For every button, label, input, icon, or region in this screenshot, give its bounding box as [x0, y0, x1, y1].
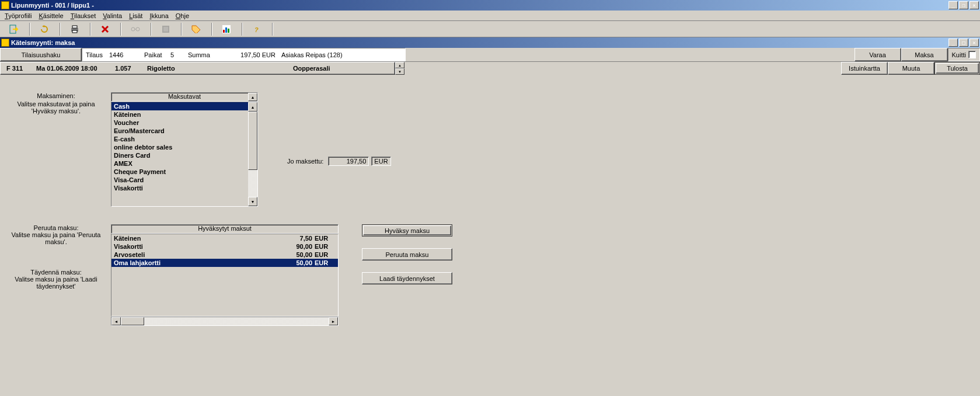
minimize-button[interactable]: _	[948, 1, 958, 9]
payment-method-item[interactable]: Visakortti	[111, 184, 248, 192]
kuitti-checkbox[interactable]	[968, 51, 976, 58]
help-icon[interactable]: ?	[245, 22, 268, 36]
maksaminen-help: Valitse maksutavat ja paina 'Hyväksy mak…	[6, 100, 106, 114]
muuta-button[interactable]: Muuta	[888, 62, 934, 75]
accepted-payments-section: Peruuta maksu: Valitse maksu ja paina 'P…	[0, 213, 980, 332]
paid-label: Jo maksettu:	[287, 158, 323, 165]
scroll-down-icon[interactable]: ▼	[248, 197, 257, 206]
inner-title: Käteismyynti: maksa	[11, 39, 947, 46]
accepted-payment-row[interactable]: Käteinen7,50EUR	[111, 234, 338, 242]
payment-method-item[interactable]: Cheque Payment	[111, 168, 248, 176]
payment-method-item[interactable]: Diners Card	[111, 151, 248, 159]
event-info-bar[interactable]: F 311 Ma 01.06.2009 18:00 1.057 Rigolett…	[0, 62, 395, 75]
paid-currency: EUR	[371, 157, 390, 166]
chart-icon[interactable]	[215, 22, 238, 36]
menu-ohje[interactable]: Ohje	[172, 11, 193, 20]
tulosta-button-wrap: Tulosta	[934, 62, 980, 75]
payment-unit: EUR	[312, 259, 336, 266]
inner-titlebar: Käteismyynti: maksa _ □ ✕	[0, 37, 980, 48]
print-icon[interactable]	[63, 22, 86, 36]
event-spin-up[interactable]: ▲	[395, 62, 404, 68]
payment-methods-scrollbar[interactable]: ▲ ▼	[248, 102, 257, 206]
peruuta-title: Peruuta maksu:	[6, 224, 106, 231]
hscroll-thumb[interactable]	[121, 317, 144, 325]
istuinkartta-button[interactable]: Istuinkartta	[841, 62, 888, 75]
accept-payment-button[interactable]: Hyväksy maksu	[363, 225, 451, 235]
payment-method-item[interactable]: Visa-Card	[111, 176, 248, 184]
complete-payment-button[interactable]: Laadi täydennykset	[362, 272, 452, 284]
payment-amount: 50,00	[266, 259, 312, 266]
tulosta-button[interactable]: Tulosta	[936, 63, 979, 74]
scroll-up-icon[interactable]: ▲	[248, 102, 257, 112]
svg-text:?: ?	[254, 26, 259, 33]
payment-methods-dropdown-icon[interactable]: ▲	[248, 93, 257, 101]
asiakas-value: Asiakas Reipas (128)	[275, 51, 343, 58]
accepted-payments-header-label: Hyväksytyt maksut	[198, 225, 252, 232]
app-icon	[1, 1, 9, 9]
payment-method-item[interactable]: Käteinen	[111, 110, 248, 119]
cancel-payment-button[interactable]: Peruuta maksu	[362, 248, 452, 260]
order-info-box: Tilaus 1446 Paikat 5 Summa 197,50 EUR As…	[82, 48, 406, 61]
accepted-payments-header: Hyväksytyt maksut	[111, 224, 339, 234]
event-spin-down[interactable]: ▼	[395, 68, 404, 75]
maximize-button[interactable]: ❐	[959, 1, 968, 9]
peruuta-help: Valitse maksu ja paina 'Peruuta maksu'.	[6, 231, 106, 245]
accept-payment-button-wrap: Hyväksy maksu	[362, 224, 452, 237]
refresh-icon[interactable]	[33, 22, 56, 36]
accepted-payments-hscrollbar[interactable]: ◄ ►	[111, 317, 339, 326]
payment-amount: 7,50	[266, 235, 312, 242]
accepted-payment-row[interactable]: Arvoseteli50,00EUR	[111, 251, 338, 259]
close-button[interactable]: ✕	[969, 1, 979, 9]
event-date: Ma 01.06.2009 18:00	[36, 65, 115, 72]
inner-close-button[interactable]: ✕	[969, 39, 979, 47]
grid-icon[interactable]	[154, 22, 177, 36]
payment-method-section: Maksaminen: Valitse maksutavat ja paina …	[0, 75, 980, 213]
taydenna-help: Valitse maksu ja paina 'Laadi täydennyks…	[6, 276, 106, 290]
menu-lisat[interactable]: Lisät	[125, 11, 146, 20]
menu-tilaukset[interactable]: Tilaukset	[67, 11, 100, 20]
taydenna-title: Täydennä maksu:	[6, 269, 106, 276]
menu-valinta[interactable]: Valinta	[99, 11, 125, 20]
payment-name: Arvoseteli	[114, 251, 266, 258]
hscroll-right-icon[interactable]: ►	[329, 317, 338, 325]
payment-method-item[interactable]: online debtor sales	[111, 143, 248, 151]
svg-rect-8	[163, 27, 168, 32]
scroll-thumb[interactable]	[248, 112, 257, 170]
svg-point-4	[131, 27, 135, 31]
menu-tyoprofiili[interactable]: Työprofiili	[1, 11, 35, 20]
accepted-payment-row[interactable]: Oma lahjakortti50,00EUR	[111, 259, 338, 267]
tag-icon[interactable]	[184, 22, 208, 36]
payment-name: Käteinen	[114, 235, 266, 242]
accepted-payments-listbox-wrap: Hyväksytyt maksut Käteinen7,50EURVisakor…	[111, 224, 339, 326]
hscroll-track[interactable]	[144, 317, 329, 325]
event-info-row: F 311 Ma 01.06.2009 18:00 1.057 Rigolett…	[0, 62, 980, 75]
payment-method-item[interactable]: AMEX	[111, 159, 248, 168]
search-icon[interactable]	[124, 22, 147, 36]
kuitti-label: Kuitti	[952, 51, 966, 58]
varaa-button[interactable]: Varaa	[855, 48, 901, 61]
order-info-row: Tilaisuushaku Tilaus 1446 Paikat 5 Summa…	[0, 48, 980, 62]
exit-icon[interactable]	[2, 22, 26, 36]
payment-method-item[interactable]: Voucher	[111, 119, 248, 127]
payment-methods-listbox[interactable]: CashKäteinenVoucherEuro/MastercardE-cash…	[111, 102, 258, 207]
payment-method-item[interactable]: Euro/Mastercard	[111, 127, 248, 135]
inner-minimize-button[interactable]: _	[948, 39, 958, 47]
payment-method-item[interactable]: E-cash	[111, 135, 248, 143]
payment-method-item[interactable]: Cash	[111, 102, 248, 110]
delete-icon[interactable]	[93, 22, 117, 36]
paikat-label: Paikat	[144, 51, 170, 58]
inner-window: Käteismyynti: maksa _ □ ✕ Tilaisuushaku …	[0, 37, 980, 332]
accepted-payments-listbox[interactable]: Käteinen7,50EURVisakortti90,00EURArvoset…	[111, 234, 339, 317]
scroll-track[interactable]	[248, 170, 257, 197]
maksa-button[interactable]: Maksa	[901, 48, 948, 61]
inner-maximize-button[interactable]: □	[959, 39, 968, 47]
accepted-payment-row[interactable]: Visakortti90,00EUR	[111, 242, 338, 251]
svg-rect-10	[223, 30, 225, 33]
summa-value: 197,50 EUR	[217, 51, 275, 58]
payment-unit: EUR	[312, 243, 336, 250]
menu-kasittele[interactable]: Käsittele	[35, 11, 67, 20]
hscroll-left-icon[interactable]: ◄	[111, 317, 121, 325]
menu-ikkuna[interactable]: Ikkuna	[146, 11, 172, 20]
app-titlebar: Lipunmyynti - 001 / lippu1 - _ ❐ ✕	[0, 0, 980, 11]
event-search-button[interactable]: Tilaisuushaku	[0, 48, 82, 61]
